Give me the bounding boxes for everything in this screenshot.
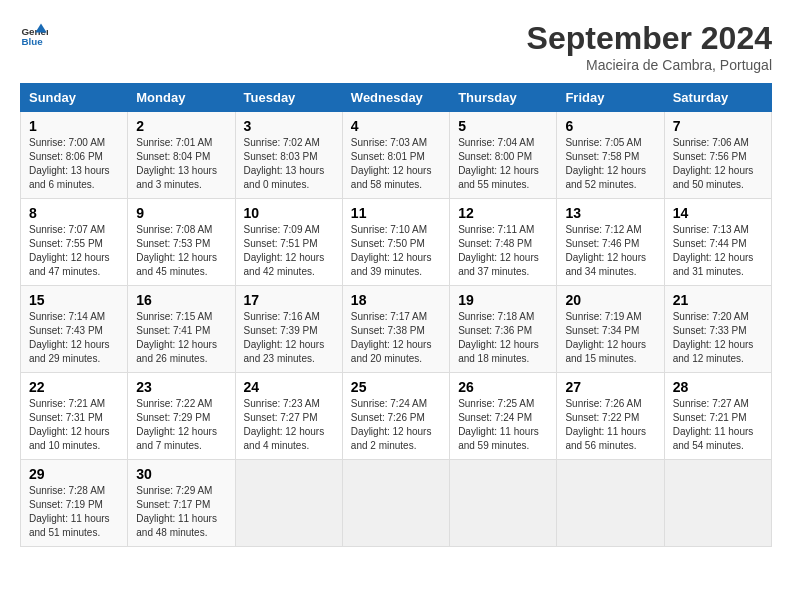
logo-icon: General Blue (20, 20, 48, 48)
day-info: Sunrise: 7:24 AMSunset: 7:26 PMDaylight:… (351, 397, 441, 453)
day-number: 28 (673, 379, 763, 395)
calendar-week-row: 1Sunrise: 7:00 AMSunset: 8:06 PMDaylight… (21, 112, 772, 199)
calendar-cell: 11Sunrise: 7:10 AMSunset: 7:50 PMDayligh… (342, 199, 449, 286)
calendar-cell: 28Sunrise: 7:27 AMSunset: 7:21 PMDayligh… (664, 373, 771, 460)
day-number: 29 (29, 466, 119, 482)
calendar-cell: 12Sunrise: 7:11 AMSunset: 7:48 PMDayligh… (450, 199, 557, 286)
calendar-cell: 7Sunrise: 7:06 AMSunset: 7:56 PMDaylight… (664, 112, 771, 199)
calendar-cell: 24Sunrise: 7:23 AMSunset: 7:27 PMDayligh… (235, 373, 342, 460)
day-number: 9 (136, 205, 226, 221)
title-block: September 2024 Macieira de Cambra, Portu… (527, 20, 772, 73)
day-number: 11 (351, 205, 441, 221)
day-info: Sunrise: 7:00 AMSunset: 8:06 PMDaylight:… (29, 136, 119, 192)
weekday-header: Friday (557, 84, 664, 112)
day-info: Sunrise: 7:25 AMSunset: 7:24 PMDaylight:… (458, 397, 548, 453)
calendar-cell (557, 460, 664, 547)
day-number: 22 (29, 379, 119, 395)
day-number: 12 (458, 205, 548, 221)
calendar-week-row: 15Sunrise: 7:14 AMSunset: 7:43 PMDayligh… (21, 286, 772, 373)
day-number: 3 (244, 118, 334, 134)
calendar-cell: 27Sunrise: 7:26 AMSunset: 7:22 PMDayligh… (557, 373, 664, 460)
day-info: Sunrise: 7:14 AMSunset: 7:43 PMDaylight:… (29, 310, 119, 366)
calendar-table: SundayMondayTuesdayWednesdayThursdayFrid… (20, 83, 772, 547)
location-subtitle: Macieira de Cambra, Portugal (527, 57, 772, 73)
day-info: Sunrise: 7:08 AMSunset: 7:53 PMDaylight:… (136, 223, 226, 279)
day-number: 26 (458, 379, 548, 395)
calendar-cell (450, 460, 557, 547)
day-info: Sunrise: 7:05 AMSunset: 7:58 PMDaylight:… (565, 136, 655, 192)
day-info: Sunrise: 7:13 AMSunset: 7:44 PMDaylight:… (673, 223, 763, 279)
day-info: Sunrise: 7:03 AMSunset: 8:01 PMDaylight:… (351, 136, 441, 192)
calendar-week-row: 8Sunrise: 7:07 AMSunset: 7:55 PMDaylight… (21, 199, 772, 286)
day-info: Sunrise: 7:02 AMSunset: 8:03 PMDaylight:… (244, 136, 334, 192)
calendar-cell: 13Sunrise: 7:12 AMSunset: 7:46 PMDayligh… (557, 199, 664, 286)
calendar-cell: 3Sunrise: 7:02 AMSunset: 8:03 PMDaylight… (235, 112, 342, 199)
calendar-cell (235, 460, 342, 547)
day-info: Sunrise: 7:09 AMSunset: 7:51 PMDaylight:… (244, 223, 334, 279)
day-info: Sunrise: 7:01 AMSunset: 8:04 PMDaylight:… (136, 136, 226, 192)
calendar-cell: 8Sunrise: 7:07 AMSunset: 7:55 PMDaylight… (21, 199, 128, 286)
calendar-cell (664, 460, 771, 547)
svg-text:Blue: Blue (21, 36, 43, 47)
calendar-cell: 17Sunrise: 7:16 AMSunset: 7:39 PMDayligh… (235, 286, 342, 373)
day-number: 6 (565, 118, 655, 134)
day-info: Sunrise: 7:12 AMSunset: 7:46 PMDaylight:… (565, 223, 655, 279)
calendar-header-row: SundayMondayTuesdayWednesdayThursdayFrid… (21, 84, 772, 112)
calendar-cell: 14Sunrise: 7:13 AMSunset: 7:44 PMDayligh… (664, 199, 771, 286)
day-number: 7 (673, 118, 763, 134)
day-number: 2 (136, 118, 226, 134)
calendar-week-row: 22Sunrise: 7:21 AMSunset: 7:31 PMDayligh… (21, 373, 772, 460)
calendar-cell: 29Sunrise: 7:28 AMSunset: 7:19 PMDayligh… (21, 460, 128, 547)
day-info: Sunrise: 7:28 AMSunset: 7:19 PMDaylight:… (29, 484, 119, 540)
day-number: 16 (136, 292, 226, 308)
page-header: General Blue September 2024 Macieira de … (20, 20, 772, 73)
weekday-header: Monday (128, 84, 235, 112)
day-info: Sunrise: 7:27 AMSunset: 7:21 PMDaylight:… (673, 397, 763, 453)
day-number: 4 (351, 118, 441, 134)
day-info: Sunrise: 7:16 AMSunset: 7:39 PMDaylight:… (244, 310, 334, 366)
day-info: Sunrise: 7:07 AMSunset: 7:55 PMDaylight:… (29, 223, 119, 279)
day-number: 21 (673, 292, 763, 308)
day-info: Sunrise: 7:29 AMSunset: 7:17 PMDaylight:… (136, 484, 226, 540)
day-number: 27 (565, 379, 655, 395)
day-number: 19 (458, 292, 548, 308)
day-number: 18 (351, 292, 441, 308)
day-number: 5 (458, 118, 548, 134)
calendar-cell: 4Sunrise: 7:03 AMSunset: 8:01 PMDaylight… (342, 112, 449, 199)
calendar-cell: 30Sunrise: 7:29 AMSunset: 7:17 PMDayligh… (128, 460, 235, 547)
day-info: Sunrise: 7:18 AMSunset: 7:36 PMDaylight:… (458, 310, 548, 366)
calendar-cell: 26Sunrise: 7:25 AMSunset: 7:24 PMDayligh… (450, 373, 557, 460)
day-number: 13 (565, 205, 655, 221)
calendar-cell: 20Sunrise: 7:19 AMSunset: 7:34 PMDayligh… (557, 286, 664, 373)
calendar-cell: 6Sunrise: 7:05 AMSunset: 7:58 PMDaylight… (557, 112, 664, 199)
calendar-cell: 18Sunrise: 7:17 AMSunset: 7:38 PMDayligh… (342, 286, 449, 373)
calendar-cell: 15Sunrise: 7:14 AMSunset: 7:43 PMDayligh… (21, 286, 128, 373)
weekday-header: Sunday (21, 84, 128, 112)
day-number: 15 (29, 292, 119, 308)
weekday-header: Thursday (450, 84, 557, 112)
day-info: Sunrise: 7:04 AMSunset: 8:00 PMDaylight:… (458, 136, 548, 192)
day-info: Sunrise: 7:26 AMSunset: 7:22 PMDaylight:… (565, 397, 655, 453)
weekday-header: Tuesday (235, 84, 342, 112)
day-number: 24 (244, 379, 334, 395)
day-info: Sunrise: 7:21 AMSunset: 7:31 PMDaylight:… (29, 397, 119, 453)
weekday-header: Wednesday (342, 84, 449, 112)
day-number: 30 (136, 466, 226, 482)
day-info: Sunrise: 7:23 AMSunset: 7:27 PMDaylight:… (244, 397, 334, 453)
weekday-header: Saturday (664, 84, 771, 112)
calendar-cell: 25Sunrise: 7:24 AMSunset: 7:26 PMDayligh… (342, 373, 449, 460)
day-number: 14 (673, 205, 763, 221)
day-number: 8 (29, 205, 119, 221)
calendar-cell: 5Sunrise: 7:04 AMSunset: 8:00 PMDaylight… (450, 112, 557, 199)
calendar-cell: 21Sunrise: 7:20 AMSunset: 7:33 PMDayligh… (664, 286, 771, 373)
calendar-cell: 9Sunrise: 7:08 AMSunset: 7:53 PMDaylight… (128, 199, 235, 286)
day-number: 10 (244, 205, 334, 221)
day-number: 23 (136, 379, 226, 395)
month-title: September 2024 (527, 20, 772, 57)
calendar-cell: 19Sunrise: 7:18 AMSunset: 7:36 PMDayligh… (450, 286, 557, 373)
day-info: Sunrise: 7:19 AMSunset: 7:34 PMDaylight:… (565, 310, 655, 366)
calendar-cell (342, 460, 449, 547)
day-number: 20 (565, 292, 655, 308)
day-number: 17 (244, 292, 334, 308)
day-info: Sunrise: 7:06 AMSunset: 7:56 PMDaylight:… (673, 136, 763, 192)
